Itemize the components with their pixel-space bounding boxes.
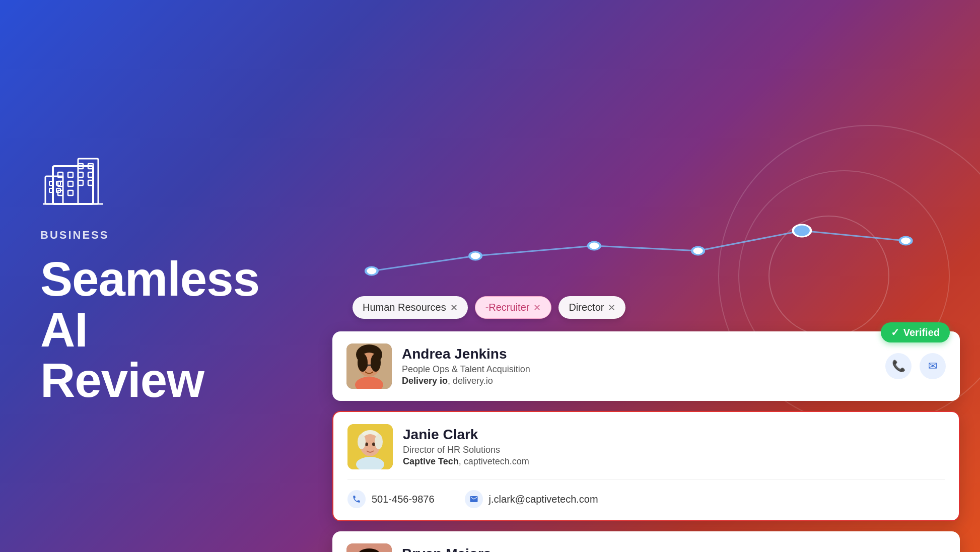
filter-tag-label: Director bbox=[569, 302, 604, 313]
contact-card-inner: Andrea Jenkins People Ops & Talent Acqui… bbox=[346, 343, 946, 389]
left-panel: BUSINESS Seamless AI Review bbox=[0, 116, 312, 436]
filter-tag-director[interactable]: Director ✕ bbox=[558, 296, 625, 319]
category-label: BUSINESS bbox=[40, 229, 272, 242]
phone-icon: 📞 bbox=[892, 360, 905, 373]
contact-info-bryan: Bryan Majors Talent Acquisition Manager … bbox=[402, 546, 875, 552]
filter-tag-recruiter[interactable]: -Recruiter ✕ bbox=[475, 296, 552, 319]
contact-company-janie: Captive Tech, captivetech.com bbox=[403, 456, 945, 467]
page-background: BUSINESS Seamless AI Review Human Resour… bbox=[0, 0, 980, 552]
phone-value: 501-456-9876 bbox=[372, 494, 435, 505]
email-detail: j.clark@captivetech.com bbox=[465, 490, 598, 508]
phone-detail-icon bbox=[347, 490, 366, 508]
svg-point-45 bbox=[469, 252, 481, 260]
contact-card-bryan[interactable]: Bryan Majors Talent Acquisition Manager … bbox=[332, 531, 960, 552]
svg-point-47 bbox=[692, 247, 704, 255]
svg-point-32 bbox=[365, 443, 368, 446]
title-line2: Review bbox=[40, 353, 204, 407]
filter-tag-label: Human Resources bbox=[363, 302, 446, 313]
contact-name-bryan: Bryan Majors bbox=[402, 546, 875, 552]
filter-tag-remove-icon[interactable]: ✕ bbox=[533, 302, 541, 313]
checkmark-icon: ✓ bbox=[891, 326, 899, 338]
contact-card-janie[interactable]: Janie Clark Director of HR Solutions Cap… bbox=[332, 411, 960, 521]
cards-container: ✓ Verified bbox=[332, 331, 960, 552]
card-details-janie: 501-456-9876 j.clark@captivetech.com bbox=[347, 479, 945, 508]
avatar-bryan bbox=[346, 543, 392, 552]
building-icon bbox=[40, 146, 106, 212]
verified-badge: ✓ Verified bbox=[881, 322, 950, 342]
phone-button-andrea[interactable]: 📞 bbox=[885, 353, 912, 379]
avatar-janie bbox=[347, 424, 393, 469]
contact-info-janie: Janie Clark Director of HR Solutions Cap… bbox=[403, 427, 945, 467]
email-detail-icon bbox=[465, 490, 483, 508]
contact-role-andrea: People Ops & Talent Acquisition bbox=[402, 364, 875, 375]
svg-point-44 bbox=[366, 267, 378, 275]
right-panel: Human Resources ✕ -Recruiter ✕ Director … bbox=[312, 256, 980, 296]
contact-name-andrea: Andrea Jenkins bbox=[402, 346, 875, 362]
contact-info-andrea: Andrea Jenkins People Ops & Talent Acqui… bbox=[402, 346, 875, 386]
contact-card-andrea[interactable]: ✓ Verified bbox=[332, 331, 960, 401]
contact-card-inner-janie: Janie Clark Director of HR Solutions Cap… bbox=[347, 424, 945, 469]
contact-role-janie: Director of HR Solutions bbox=[403, 445, 945, 455]
contact-name-janie: Janie Clark bbox=[403, 427, 945, 443]
email-value: j.clark@captivetech.com bbox=[489, 494, 598, 505]
contact-actions-andrea: 📞 ✉ bbox=[885, 353, 946, 379]
svg-point-28 bbox=[371, 354, 381, 372]
main-title: Seamless AI Review bbox=[40, 254, 272, 406]
email-icon: ✉ bbox=[928, 360, 937, 373]
filter-tags-container: Human Resources ✕ -Recruiter ✕ Director … bbox=[353, 296, 625, 319]
svg-rect-4 bbox=[68, 172, 73, 177]
svg-point-35 bbox=[358, 434, 366, 449]
filter-tag-remove-icon[interactable]: ✕ bbox=[450, 302, 458, 313]
filter-tag-human-resources[interactable]: Human Resources ✕ bbox=[353, 296, 468, 319]
email-button-andrea[interactable]: ✉ bbox=[920, 353, 946, 379]
svg-point-33 bbox=[372, 443, 375, 446]
verified-label: Verified bbox=[903, 327, 940, 338]
filter-tag-remove-icon[interactable]: ✕ bbox=[608, 302, 615, 313]
filter-tag-label: -Recruiter bbox=[485, 302, 530, 313]
contact-card-inner-bryan: Bryan Majors Talent Acquisition Manager … bbox=[346, 543, 946, 552]
svg-point-27 bbox=[358, 354, 368, 372]
title-line1: Seamless AI bbox=[40, 252, 259, 357]
svg-point-46 bbox=[588, 242, 600, 250]
contact-company-andrea: Delivery io, delivery.io bbox=[402, 376, 875, 386]
avatar-andrea bbox=[346, 343, 392, 389]
phone-detail: 501-456-9876 bbox=[347, 490, 435, 508]
svg-rect-8 bbox=[68, 181, 73, 186]
svg-point-36 bbox=[375, 434, 383, 449]
svg-rect-12 bbox=[68, 190, 73, 195]
